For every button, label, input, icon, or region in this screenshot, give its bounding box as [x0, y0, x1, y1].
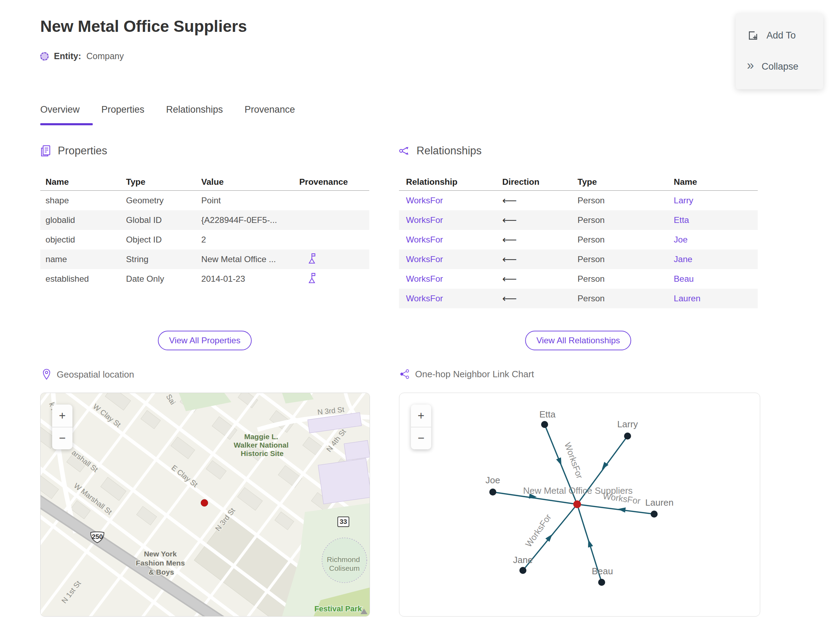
direction-arrow: ⟵ [502, 273, 578, 285]
rel-type: Person [578, 294, 674, 304]
table-row: WorksFor ⟵ Person Lauren [399, 289, 758, 308]
chart-zoom-in-button[interactable]: + [411, 405, 431, 427]
rel-type: Person [578, 274, 674, 284]
properties-icon [40, 145, 52, 157]
table-row: shape Geometry Point [40, 191, 369, 210]
entity-type-value: Company [86, 51, 124, 61]
entity-label: Entity: [54, 51, 81, 61]
prop-type: Object ID [126, 235, 201, 245]
col-name: Name [46, 177, 126, 187]
link-chart-heading: One-hop Neighbor Link Chart [399, 369, 534, 380]
link-chart-icon [399, 369, 410, 380]
table-row: objectid Object ID 2 [40, 230, 369, 250]
add-to-button[interactable]: Add To [736, 30, 823, 41]
table-row: established Date Only 2014-01-23 [40, 269, 369, 289]
direction-arrow: ⟵ [502, 234, 578, 246]
provenance-flag-icon[interactable] [307, 272, 317, 284]
node-label: Beau [592, 566, 613, 576]
node-label: Etta [539, 409, 556, 420]
prop-name: name [46, 254, 126, 264]
entity-name-link[interactable]: Larry [674, 196, 758, 205]
rel-type: Person [578, 254, 674, 264]
building-area [344, 440, 370, 461]
node-jane[interactable] [519, 567, 527, 574]
node-joe[interactable] [489, 488, 496, 496]
tab-overview[interactable]: Overview [40, 104, 80, 115]
prop-type: Global ID [126, 215, 201, 225]
prop-name: established [46, 274, 126, 284]
col-relationship: Relationship [406, 177, 502, 187]
tab-relationships[interactable]: Relationships [166, 104, 223, 115]
double-chevron-right-icon: » [747, 59, 754, 72]
prop-name: globalid [46, 215, 126, 225]
prop-value: 2 [201, 235, 299, 245]
link-chart-panel: + − WorksFor WorksFor WorksFor [399, 393, 760, 617]
relationships-table: Relationship Direction Type Name WorksFo… [399, 173, 758, 308]
center-node-label: New Metal Office Suppliers [523, 485, 632, 496]
add-to-icon [747, 30, 759, 41]
relationship-link[interactable]: WorksFor [406, 215, 502, 225]
tab-provenance[interactable]: Provenance [245, 104, 295, 115]
prop-type: String [126, 254, 201, 264]
table-row: WorksFor ⟵ Person Jane [399, 250, 758, 269]
table-row: WorksFor ⟵ Person Joe [399, 230, 758, 250]
col-type: Type [578, 177, 674, 187]
relationships-section-title: Relationships [417, 145, 482, 157]
col-direction: Direction [502, 177, 578, 187]
map-canvas[interactable]: k Rd W Clay St Sai arshall St W Marshall… [41, 393, 370, 616]
entity-name-link[interactable]: Lauren [674, 294, 758, 304]
node-lauren[interactable] [651, 510, 658, 518]
chart-zoom-out-button[interactable]: − [411, 427, 431, 450]
node-center-entity[interactable] [573, 501, 581, 508]
map-pin-icon [41, 369, 52, 380]
node-label: Joe [485, 475, 500, 485]
chart-zoom-control: + − [411, 405, 431, 449]
relationship-link[interactable]: WorksFor [406, 254, 502, 264]
svg-text:33: 33 [339, 518, 347, 525]
geospatial-title: Geospatial location [57, 369, 134, 380]
tab-bar: Overview Properties Relationships Proven… [40, 104, 295, 115]
link-chart-canvas[interactable]: WorksFor WorksFor WorksFor Etta Larry Jo… [399, 393, 760, 616]
edge-label: WorksFor [523, 512, 553, 549]
geospatial-heading: Geospatial location [41, 369, 134, 380]
relationship-link[interactable]: WorksFor [406, 274, 502, 284]
relationships-section-heading: Relationships [398, 145, 482, 157]
properties-table: Name Type Value Provenance shape Geometr… [40, 173, 369, 289]
direction-arrow: ⟵ [502, 253, 578, 265]
collapse-button[interactable]: » Collapse [736, 60, 823, 73]
direction-arrow: ⟵ [502, 195, 578, 207]
node-larry[interactable] [624, 432, 631, 440]
entity-name-link[interactable]: Jane [674, 254, 758, 264]
table-row: WorksFor ⟵ Person Larry [399, 191, 758, 210]
map-panel: + − [40, 393, 370, 617]
prop-value: 2014-01-23 [201, 274, 299, 284]
map-zoom-out-button[interactable]: − [52, 427, 72, 450]
tab-properties[interactable]: Properties [102, 104, 145, 115]
provenance-flag-icon[interactable] [307, 252, 317, 264]
va-33-shield: 33 [338, 517, 349, 527]
node-etta[interactable] [541, 421, 548, 428]
relationship-link[interactable]: WorksFor [406, 294, 502, 304]
col-value: Value [201, 177, 299, 187]
properties-section-heading: Properties [40, 145, 107, 157]
node-beau[interactable] [598, 579, 605, 586]
properties-table-header: Name Type Value Provenance [40, 173, 369, 191]
view-all-properties-button[interactable]: View All Properties [158, 331, 251, 350]
entity-name-link[interactable]: Joe [674, 235, 758, 245]
entity-name-link[interactable]: Beau [674, 274, 758, 284]
prop-value: Point [201, 196, 299, 205]
relationships-icon [398, 145, 411, 157]
active-tab-indicator [40, 123, 93, 125]
building-area [318, 458, 370, 504]
entity-name-link[interactable]: Etta [674, 215, 758, 225]
node-label: Larry [617, 419, 638, 429]
rel-type: Person [578, 196, 674, 205]
entity-type-icon [40, 52, 49, 60]
relationship-link[interactable]: WorksFor [406, 196, 502, 205]
map-zoom-in-button[interactable]: + [52, 405, 72, 427]
relationship-link[interactable]: WorksFor [406, 235, 502, 245]
view-all-relationships-button[interactable]: View All Relationships [525, 331, 631, 350]
location-marker[interactable] [201, 499, 208, 506]
direction-arrow: ⟵ [502, 292, 578, 304]
prop-value: New Metal Office ... [201, 254, 299, 264]
